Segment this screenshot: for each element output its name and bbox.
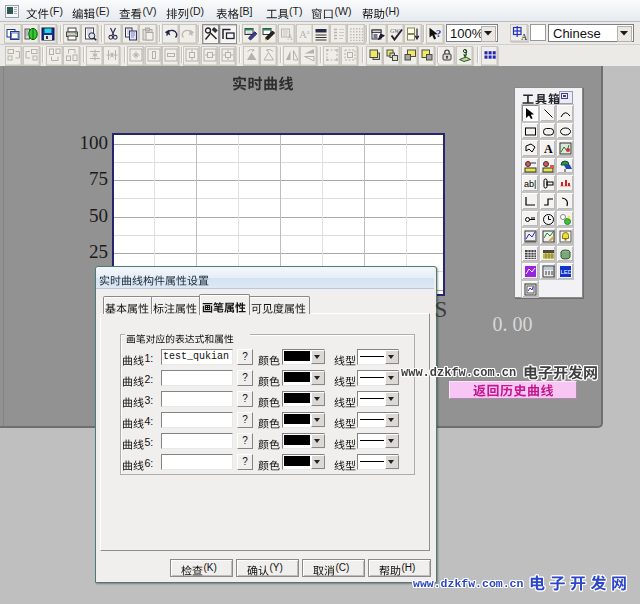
svg-text:LED: LED <box>561 269 573 275</box>
svg-text:A: A <box>521 31 527 41</box>
svg-text:A: A <box>544 142 553 155</box>
svg-text:A: A <box>287 33 293 41</box>
svg-text:?: ? <box>436 27 441 38</box>
svg-text:ab|: ab| <box>524 179 536 189</box>
svg-text:a: a <box>306 28 310 36</box>
